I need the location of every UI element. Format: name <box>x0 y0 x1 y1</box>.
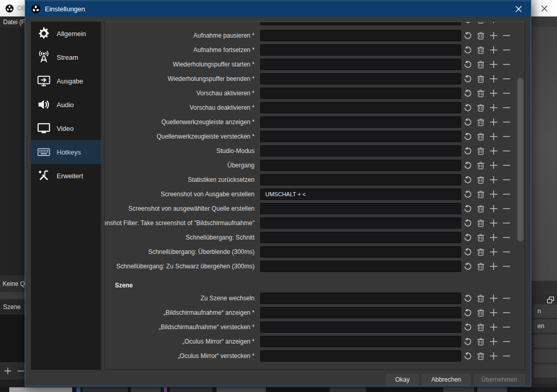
trash-icon[interactable] <box>474 87 487 100</box>
undo-icon[interactable] <box>461 145 474 158</box>
trash-icon[interactable] <box>474 101 487 114</box>
okay-button[interactable]: Okay <box>386 374 419 385</box>
sidebar-item-ausgabe[interactable]: Ausgabe <box>31 69 101 93</box>
sidebar-item-hotkeys[interactable]: Hotkeys <box>31 140 101 164</box>
trash-icon[interactable] <box>474 231 487 244</box>
trash-icon[interactable] <box>474 159 487 172</box>
bg-button-fragment[interactable] <box>533 349 557 363</box>
trash-icon[interactable] <box>474 73 487 86</box>
undo-icon[interactable] <box>461 116 474 129</box>
minus-icon[interactable] <box>500 246 513 259</box>
bg-button-fragment[interactable]: en <box>533 319 557 333</box>
minus-icon[interactable] <box>500 202 513 215</box>
hotkey-input[interactable] <box>260 203 461 214</box>
trash-icon[interactable] <box>474 202 487 215</box>
hotkey-input[interactable] <box>260 145 461 157</box>
undo-icon[interactable] <box>461 58 474 71</box>
undo-icon[interactable] <box>461 350 474 363</box>
minus-icon[interactable] <box>500 73 513 86</box>
minus-icon[interactable] <box>500 44 513 57</box>
plus-icon[interactable] <box>487 29 500 42</box>
undo-icon[interactable] <box>461 130 474 143</box>
plus-icon[interactable] <box>487 260 500 273</box>
sidebar-item-stream[interactable]: Stream <box>31 45 101 69</box>
undo-icon[interactable] <box>461 44 474 57</box>
trash-icon[interactable] <box>474 321 487 334</box>
hotkey-input[interactable] <box>260 30 461 41</box>
undo-icon[interactable] <box>461 73 474 86</box>
menu-item-file[interactable]: Datei (F <box>0 19 25 26</box>
hotkey-input[interactable] <box>260 131 461 142</box>
sidebar-item-allgemein[interactable]: Allgemein <box>31 22 101 45</box>
hotkey-input[interactable] <box>260 232 461 243</box>
plus-icon[interactable] <box>487 321 500 334</box>
minus-icon[interactable] <box>500 87 513 100</box>
undo-icon[interactable] <box>461 217 474 230</box>
trash-icon[interactable] <box>474 22 487 26</box>
plus-icon[interactable] <box>487 101 500 114</box>
hotkey-input[interactable] <box>260 44 461 56</box>
undo-icon[interactable] <box>461 231 474 244</box>
sidebar-item-erweitert[interactable]: Erweitert <box>31 164 101 188</box>
dialog-titlebar[interactable]: Einstellungen <box>25 1 531 17</box>
plus-icon[interactable] <box>487 174 500 186</box>
scenes-list[interactable] <box>0 315 25 362</box>
plus-icon[interactable] <box>487 292 500 305</box>
hotkey-input[interactable] <box>260 73 461 84</box>
minus-icon[interactable] <box>500 260 513 273</box>
hotkey-input[interactable] <box>260 116 461 128</box>
trash-icon[interactable] <box>474 58 487 71</box>
remove-scene-button[interactable] <box>16 367 25 376</box>
sidebar-item-video[interactable]: Video <box>31 116 101 140</box>
trash-icon[interactable] <box>474 44 487 57</box>
trash-icon[interactable] <box>474 29 487 42</box>
plus-icon[interactable] <box>487 306 500 319</box>
undo-icon[interactable] <box>461 87 474 100</box>
undo-icon[interactable] <box>461 188 474 201</box>
hotkey-input[interactable] <box>260 174 461 185</box>
apply-button[interactable]: Übernehmen <box>474 374 525 385</box>
bg-close-button[interactable] <box>538 3 550 14</box>
plus-icon[interactable] <box>487 73 500 86</box>
plus-icon[interactable] <box>487 44 500 57</box>
plus-icon[interactable] <box>487 87 500 100</box>
plus-icon[interactable] <box>487 159 500 172</box>
cascade-windows-icon[interactable] <box>547 296 555 304</box>
plus-icon[interactable] <box>487 130 500 143</box>
plus-icon[interactable] <box>487 116 500 129</box>
trash-icon[interactable] <box>474 292 487 305</box>
bg-button-fragment[interactable] <box>533 334 557 348</box>
hotkey-input[interactable] <box>260 336 461 347</box>
undo-icon[interactable] <box>461 202 474 215</box>
hotkey-input[interactable] <box>260 246 461 258</box>
hotkey-input[interactable] <box>260 59 461 70</box>
trash-icon[interactable] <box>474 217 487 230</box>
undo-icon[interactable] <box>461 306 474 319</box>
hotkey-input[interactable] <box>260 350 461 362</box>
add-scene-button[interactable] <box>4 367 12 376</box>
hotkey-input[interactable] <box>260 102 461 113</box>
minus-icon[interactable] <box>500 130 513 143</box>
undo-icon[interactable] <box>461 174 474 186</box>
undo-icon[interactable] <box>461 260 474 273</box>
bg-button-fragment[interactable]: n <box>533 304 557 318</box>
trash-icon[interactable] <box>474 350 487 363</box>
taskbar[interactable] <box>0 387 557 392</box>
plus-icon[interactable] <box>487 145 500 158</box>
hotkey-input[interactable] <box>260 293 461 304</box>
plus-icon[interactable] <box>487 217 500 230</box>
sidebar-item-audio[interactable]: Audio <box>31 93 101 116</box>
minus-icon[interactable] <box>500 174 513 186</box>
hotkey-input[interactable] <box>260 160 461 171</box>
minus-icon[interactable] <box>500 29 513 42</box>
undo-icon[interactable] <box>461 335 474 348</box>
minus-icon[interactable] <box>500 231 513 244</box>
trash-icon[interactable] <box>474 260 487 273</box>
trash-icon[interactable] <box>474 246 487 259</box>
minus-icon[interactable] <box>500 116 513 129</box>
minus-icon[interactable] <box>500 145 513 158</box>
trash-icon[interactable] <box>474 174 487 186</box>
plus-icon[interactable] <box>487 188 500 201</box>
minus-icon[interactable] <box>500 188 513 201</box>
close-button[interactable] <box>507 1 530 17</box>
